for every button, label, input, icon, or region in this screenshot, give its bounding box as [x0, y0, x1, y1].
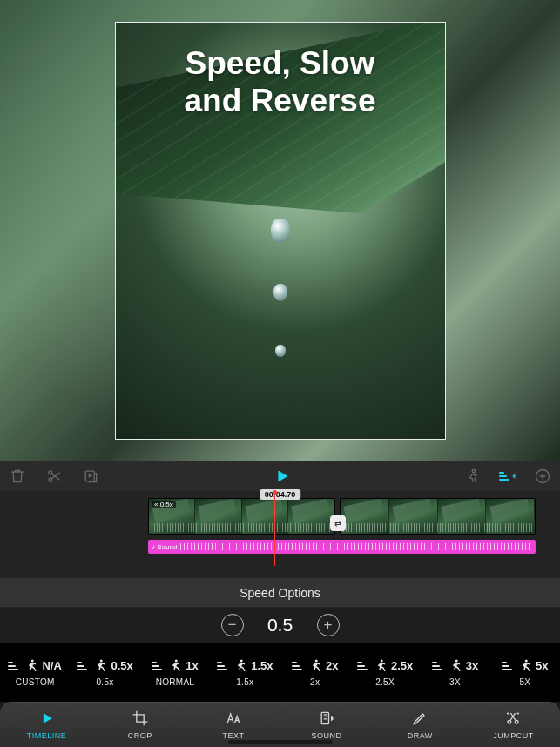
overlay-title-line2: and Reverse — [184, 83, 375, 118]
svg-point-9 — [240, 659, 243, 662]
preset-mult: 2.5x — [391, 659, 413, 672]
jumpcut-icon — [503, 710, 523, 729]
preset-label: 3X — [449, 677, 461, 687]
preset-label: NORMAL — [156, 677, 195, 687]
transition-button[interactable]: ⇄ — [330, 515, 346, 531]
tab-jumpcut[interactable]: JUMPCUT — [467, 710, 560, 740]
preset-0-5x[interactable]: 0.5x 0.5x — [70, 643, 139, 702]
tab-crop[interactable]: CROP — [93, 710, 186, 740]
audio-waveform — [180, 543, 532, 550]
panel-title: Speed Options — [0, 578, 560, 608]
runner-icon: 1.5x — [217, 658, 273, 674]
svg-point-13 — [525, 659, 528, 662]
play-icon — [37, 710, 57, 729]
runner-icon: 2.5x — [357, 658, 413, 674]
text-icon — [224, 710, 243, 729]
play-icon[interactable] — [273, 468, 291, 485]
preset-1-5x[interactable]: 1.5x 1.5x — [210, 643, 280, 702]
runner-icon: 2x — [292, 658, 338, 674]
preset-mult: 5x — [536, 659, 548, 672]
preset-custom[interactable]: N/A CUSTOM — [0, 643, 70, 702]
preset-5x[interactable]: 5x 5X — [490, 643, 560, 702]
video-clip[interactable]: « 0.5x — [148, 498, 335, 535]
preset-normal[interactable]: 1x NORMAL — [140, 643, 210, 702]
playhead[interactable] — [274, 491, 275, 566]
tab-timeline[interactable]: TIMELINE — [0, 710, 93, 740]
runner-icon: 5x — [502, 658, 548, 674]
svg-point-6 — [31, 659, 34, 662]
water-drop-icon — [271, 219, 290, 243]
preset-label: 0.5x — [97, 677, 114, 687]
clip-toolbar — [0, 461, 560, 491]
tab-label: JUMPCUT — [493, 731, 534, 740]
preset-mult: 0.5x — [111, 659, 132, 672]
tab-label: DRAW — [408, 731, 433, 740]
draw-icon — [410, 710, 429, 729]
audio-clip-label: ♪ Sound — [148, 543, 177, 551]
add-icon[interactable] — [534, 468, 551, 485]
tab-label: TEXT — [222, 731, 244, 740]
timecode-badge: 00:04.70 — [260, 489, 301, 500]
preset-2-5x[interactable]: 2.5x 2.5X — [350, 643, 420, 702]
tab-label: SOUND — [312, 731, 342, 740]
sound-icon — [317, 710, 336, 729]
preset-mult: 1x — [186, 659, 198, 672]
increase-speed-button[interactable]: + — [317, 614, 340, 636]
timeline[interactable]: « 0.5x ⇄ ♪ Sound — [0, 491, 560, 578]
preset-mult: 3x — [466, 659, 478, 672]
speed-presets: N/A CUSTOM 0.5x 0.5x 1x NORMAL 1 — [0, 643, 560, 702]
crop-icon — [131, 710, 150, 729]
runner-icon: 3x — [432, 658, 478, 674]
runner-icon: 1x — [152, 658, 198, 674]
tab-label: TIMELINE — [27, 731, 67, 740]
clip-speed-badge: « 0.5x — [152, 501, 176, 508]
svg-point-0 — [49, 471, 52, 474]
preset-label: 1.5x — [236, 677, 253, 687]
tab-sound[interactable]: SOUND — [280, 710, 374, 740]
tab-draw[interactable]: DRAW — [374, 710, 467, 740]
clip-waveform — [152, 523, 332, 532]
transition-icon: ⇄ — [334, 519, 341, 528]
home-indicator[interactable] — [228, 740, 333, 744]
preset-3x[interactable]: 3x 3X — [420, 643, 489, 702]
runner-icon: 0.5x — [77, 658, 132, 674]
bottom-tab-bar: TIMELINE CROP TEXT SOUND DRAW JUMPCUT — [0, 702, 560, 747]
clip-waveform — [343, 523, 532, 532]
person-motion-icon[interactable] — [464, 468, 482, 485]
video-track[interactable]: « 0.5x ⇄ — [0, 498, 560, 535]
water-drop-icon — [273, 284, 287, 301]
water-drop-icon — [275, 345, 286, 357]
preview-area: Speed, Slow and Reverse — [0, 0, 560, 461]
svg-point-3 — [472, 470, 475, 473]
overlay-title: Speed, Slow and Reverse — [184, 45, 375, 119]
preset-label: CUSTOM — [16, 677, 55, 687]
video-clip[interactable] — [340, 498, 536, 535]
speed-stepper: − 0.5 + — [0, 608, 560, 643]
preset-mult: N/A — [42, 659, 61, 672]
preset-label: 2x — [310, 677, 320, 687]
trash-icon[interactable] — [9, 468, 26, 485]
preview-frame[interactable]: Speed, Slow and Reverse — [115, 22, 446, 440]
preset-label: 2.5X — [375, 677, 395, 687]
svg-point-16 — [516, 720, 519, 723]
preset-2x[interactable]: 2x 2x — [280, 643, 350, 702]
svg-point-11 — [381, 659, 383, 662]
svg-point-1 — [49, 478, 52, 481]
audio-clip[interactable]: ♪ Sound — [148, 540, 536, 554]
speed-value[interactable]: 0.5 — [260, 615, 301, 636]
decrease-speed-button[interactable]: − — [221, 614, 244, 636]
tab-text[interactable]: TEXT — [186, 710, 280, 740]
scissors-icon[interactable] — [45, 468, 63, 485]
duplicate-clip-icon[interactable] — [82, 468, 99, 485]
svg-point-15 — [508, 720, 511, 723]
preset-mult: 1.5x — [251, 659, 273, 672]
svg-point-10 — [315, 659, 318, 662]
tab-label: CROP — [128, 731, 152, 740]
speed-runner-icon[interactable] — [499, 468, 516, 485]
svg-point-4 — [514, 474, 515, 474]
preset-mult: 2x — [326, 659, 338, 672]
svg-point-8 — [175, 659, 178, 662]
svg-point-12 — [455, 659, 457, 662]
runner-icon: N/A — [8, 658, 61, 674]
preset-label: 5X — [519, 677, 530, 687]
